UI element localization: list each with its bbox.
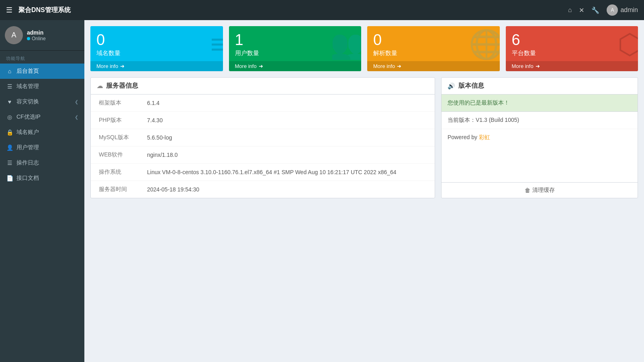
info-value: nginx/1.18.0 (139, 146, 435, 164)
info-key: PHP版本 (91, 112, 139, 129)
version-current: 当前版本：V1.3 (Build 1005) (442, 112, 638, 129)
online-dot (27, 37, 30, 40)
table-row: PHP版本 7.4.30 (91, 112, 435, 129)
info-key: WEB软件 (91, 146, 139, 164)
online-status-label: Online (32, 36, 46, 41)
sidebar-label-domains: 域名管理 (16, 83, 39, 90)
info-key: 操作系统 (91, 164, 139, 181)
sidebar-icon-accounts: 🔒 (6, 129, 13, 136)
app-title: 聚合DNS管理系统 (18, 6, 71, 14)
clear-cache-label: 清理缓存 (532, 187, 555, 194)
sidebar-item-switch[interactable]: ♥ 容灾切换 ❮ (0, 94, 84, 109)
stat-number-domains: 0 (96, 32, 217, 47)
stat-bg-icon-users: 👥 (330, 30, 361, 58)
version-info-panel: 🔊 版本信息 您使用的已是最新版本！ 当前版本：V1.3 (Build 1005… (441, 77, 638, 198)
trash-icon: 🗑 (525, 187, 530, 193)
stat-bg-icon-domains: ≡ (211, 30, 223, 58)
sidebar-icon-domains: ☰ (6, 83, 13, 90)
server-info-header: ☁ 服务器信息 (91, 78, 435, 95)
sidebar-user-details: admin Online (27, 29, 46, 41)
hamburger-icon[interactable]: ☰ (6, 6, 12, 14)
stat-card-users: 👥 1 用户数量 More info ➜ (229, 26, 362, 71)
stat-card-domains: ≡ 0 域名数量 More info ➜ (90, 26, 223, 71)
more-info-text-platforms: More info (512, 63, 534, 69)
speaker-icon: 🔊 (448, 82, 455, 90)
sidebar-icon-dashboard: ⌂ (6, 68, 13, 74)
table-row: 服务器时间 2024-05-18 19:54:30 (91, 181, 435, 198)
stat-card-platforms: ⬡ 6 平台数量 More info ➜ (506, 26, 638, 71)
sidebar-item-api-docs[interactable]: 📄 接口文档 (0, 171, 84, 186)
version-footer: 🗑 清理缓存 (442, 182, 638, 198)
table-row: MySQL版本 5.6.50-log (91, 129, 435, 146)
server-info-table: 框架版本 6.1.4 PHP版本 7.4.30 MySQL版本 5.6.50-l… (91, 95, 435, 198)
sidebar-icon-switch: ♥ (6, 99, 13, 105)
stat-more-info-users[interactable]: More info ➜ (229, 61, 362, 71)
sidebar-label-dashboard: 后台首页 (16, 68, 39, 75)
version-info-title: 版本信息 (458, 82, 484, 90)
powered-by-text: Powered by (448, 134, 479, 140)
sidebar-icon-users: 👤 (6, 144, 13, 151)
more-info-text-users: More info (235, 63, 257, 69)
sidebar-icon-logs: ☰ (6, 160, 13, 166)
sidebar-item-users[interactable]: 👤 用户管理 (0, 140, 84, 155)
sidebar-user-status: Online (27, 36, 46, 41)
sidebar-username: admin (27, 29, 46, 36)
sidebar-item-domains[interactable]: ☰ 域名管理 (0, 79, 84, 94)
main-layout: A admin Online 功能导航 ⌂ 后台首页 ☰ 域名管理 ♥ 容灾切换 (0, 20, 644, 362)
chevron-right-icon: ❮ (75, 115, 78, 120)
arrow-icon-resolutions: ➜ (397, 63, 401, 69)
close-nav-icon[interactable]: ✕ (579, 6, 584, 14)
stat-bg-icon-resolutions: 🌐 (469, 30, 500, 58)
content-row: ☁ 服务器信息 框架版本 6.1.4 PHP版本 7.4.30 MySQL版本 … (90, 77, 638, 198)
sidebar: A admin Online 功能导航 ⌂ 后台首页 ☰ 域名管理 ♥ 容灾切换 (0, 20, 84, 362)
admin-username-label: admin (620, 6, 638, 14)
sidebar-item-dashboard[interactable]: ⌂ 后台首页 (0, 64, 84, 79)
stat-more-info-platforms[interactable]: More info ➜ (506, 61, 638, 71)
powered-by-link[interactable]: 彩虹 (479, 134, 490, 140)
table-row: WEB软件 nginx/1.18.0 (91, 146, 435, 164)
info-value: Linux VM-0-8-centos 3.10.0-1160.76.1.el7… (139, 164, 435, 181)
sidebar-item-logs[interactable]: ☰ 操作日志 (0, 155, 84, 171)
stat-label-platforms: 平台数量 (512, 49, 632, 57)
version-latest-notice: 您使用的已是最新版本！ (442, 95, 638, 112)
sidebar-nav: ⌂ 后台首页 ☰ 域名管理 ♥ 容灾切换 ❮ ◎ CF优选IP ❮ 🔒 域名账户… (0, 64, 84, 186)
sidebar-label-api-docs: 接口文档 (16, 175, 39, 182)
sidebar-label-switch: 容灾切换 (16, 98, 39, 105)
sidebar-item-left: 👤 用户管理 (6, 144, 39, 151)
stat-more-info-resolutions[interactable]: More info ➜ (367, 61, 500, 71)
sidebar-item-left: 🔒 域名账户 (6, 129, 39, 136)
table-row: 框架版本 6.1.4 (91, 95, 435, 112)
info-key: MySQL版本 (91, 129, 139, 146)
cloud-icon: ☁ (97, 82, 103, 90)
sidebar-icon-api-docs: 📄 (6, 175, 13, 181)
stat-card-resolutions: 🌐 0 解析数量 More info ➜ (367, 26, 500, 71)
home-nav-icon[interactable]: ⌂ (568, 6, 572, 14)
sidebar-label-users: 用户管理 (16, 144, 39, 151)
sidebar-label-accounts: 域名账户 (16, 129, 39, 136)
sidebar-item-left: ☰ 域名管理 (6, 83, 39, 90)
stat-more-info-domains[interactable]: More info ➜ (90, 61, 223, 71)
server-info-body: 框架版本 6.1.4 PHP版本 7.4.30 MySQL版本 5.6.50-l… (91, 95, 435, 198)
sidebar-section-label: 功能导航 (0, 51, 84, 64)
arrow-icon-users: ➜ (259, 63, 263, 69)
sidebar-item-left: ☰ 操作日志 (6, 159, 39, 167)
sidebar-label-logs: 操作日志 (16, 159, 39, 167)
sidebar-icon-cf-ip: ◎ (6, 114, 13, 120)
stat-number-platforms: 6 (512, 32, 632, 47)
sidebar-item-accounts[interactable]: 🔒 域名账户 (0, 125, 84, 140)
server-info-panel: ☁ 服务器信息 框架版本 6.1.4 PHP版本 7.4.30 MySQL版本 … (90, 77, 435, 198)
version-powered: Powered by 彩虹 (442, 129, 638, 146)
sidebar-item-cf-ip[interactable]: ◎ CF优选IP ❮ (0, 109, 84, 125)
more-info-text-domains: More info (96, 63, 118, 69)
table-row: 操作系统 Linux VM-0-8-centos 3.10.0-1160.76.… (91, 164, 435, 181)
sidebar-item-left: ◎ CF优选IP (6, 113, 41, 121)
chevron-right-icon: ❮ (75, 99, 78, 105)
info-key: 框架版本 (91, 95, 139, 112)
version-info-header: 🔊 版本信息 (442, 78, 638, 95)
wrench-nav-icon[interactable]: 🔧 (591, 6, 599, 14)
sidebar-avatar: A (5, 26, 23, 44)
clear-cache-button[interactable]: 🗑 清理缓存 (525, 187, 555, 194)
admin-user-menu[interactable]: A admin (607, 4, 638, 16)
stat-bg-icon-platforms: ⬡ (617, 30, 638, 58)
more-info-text-resolutions: More info (373, 63, 395, 69)
